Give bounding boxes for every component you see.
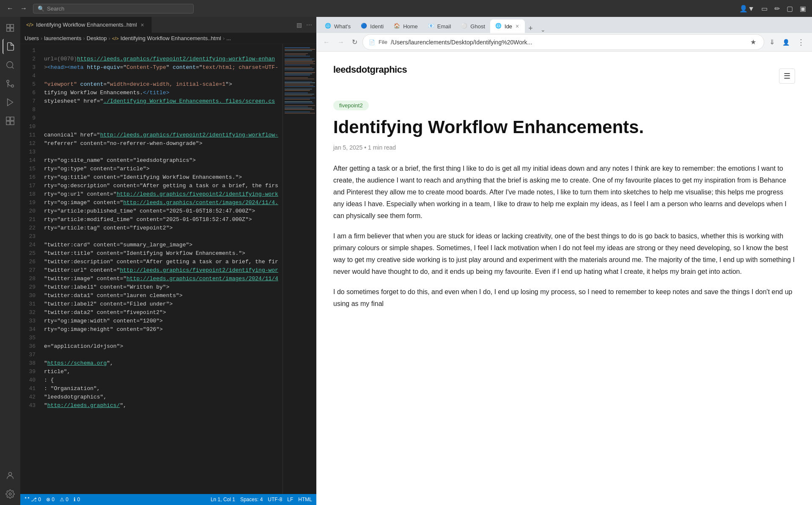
category-tag[interactable]: fivepoint2 <box>333 101 369 110</box>
source-control-icon[interactable] <box>3 76 18 91</box>
breadcrumb-ellipsis[interactable]: ... <box>226 35 231 41</box>
code-line-15: rty="og:type" content="article"> <box>44 165 283 173</box>
address-text: /Users/laurenclements/Desktop/Identifyin… <box>391 39 745 46</box>
tab-actions: ▨ ⋯ <box>292 21 316 29</box>
warnings-label: ⚠ 0 <box>60 497 69 502</box>
tab-label-ghost: Ghost <box>470 23 485 30</box>
blog-paragraph-2: I am a firm believer that when you are s… <box>333 230 795 278</box>
svg-rect-18 <box>285 53 308 54</box>
status-errors[interactable]: ⊗ 0 <box>46 497 55 502</box>
svg-rect-47 <box>285 101 312 102</box>
extensions-icon[interactable] <box>3 113 18 128</box>
code-line-9 <box>44 114 283 123</box>
tab-bar: </> Identifying Workflow Enhancements..h… <box>20 17 316 33</box>
main-layout: </> Identifying Workflow Enhancements..h… <box>0 17 812 505</box>
svg-point-4 <box>7 62 13 68</box>
code-line-1 <box>44 46 283 55</box>
blog-site-name: leedsdotgraphics <box>333 64 407 75</box>
browser-tab-ide[interactable]: 🌐 Ide × <box>490 19 525 33</box>
topbar-right: 👤▼ ▭ ✏ ▢ ▣ <box>738 3 808 14</box>
account-icon[interactable] <box>3 468 18 483</box>
panel-icon[interactable]: ▢ <box>785 3 795 14</box>
status-encoding[interactable]: UTF-8 <box>268 497 282 502</box>
tab-filetype-icon: </> <box>26 22 33 28</box>
tab-label-identi: Identi <box>370 23 384 30</box>
svg-rect-25 <box>285 63 315 64</box>
svg-point-6 <box>11 85 14 87</box>
browser-back-button[interactable]: ← <box>321 37 332 48</box>
breadcrumb-file[interactable]: Identifying Workflow Enhancements..html <box>121 35 221 41</box>
status-branch[interactable]: ⎇ 0 <box>25 497 41 502</box>
explorer-icon[interactable] <box>3 20 18 35</box>
breadcrumb-username[interactable]: laurenclements <box>44 35 81 41</box>
browser-tab-home[interactable]: 🏠 Home <box>389 19 423 33</box>
svg-rect-39 <box>285 86 315 87</box>
browser-tab-whats[interactable]: 🌐 What's <box>320 19 356 33</box>
svg-rect-49 <box>285 105 315 106</box>
web-content[interactable]: leedsdotgraphics ☰ fivepoint2 Identifyin… <box>316 52 812 505</box>
accounts-icon[interactable]: 👤▼ <box>738 3 756 14</box>
browser-toolbar: ← → ↻ 📄 File /Users/laurenclements/Deskt… <box>316 33 812 52</box>
svg-rect-23 <box>285 61 315 62</box>
breadcrumb-sep2: › <box>83 35 85 41</box>
code-line-29: "twitter:label1" content="Written by"> <box>44 283 283 292</box>
browser-tab-identi[interactable]: 🔵 Identi <box>356 19 389 33</box>
back-button[interactable]: ← <box>4 3 16 14</box>
status-spaces[interactable]: Spaces: 4 <box>240 497 263 502</box>
code-line-3: ><head><meta http-equiv="Content-Type" c… <box>44 63 283 72</box>
new-tab-button[interactable]: + <box>525 24 536 33</box>
status-warnings[interactable]: ⚠ 0 <box>60 497 69 502</box>
svg-marker-8 <box>8 99 13 106</box>
status-line-col[interactable]: Ln 1, Col 1 <box>211 497 235 502</box>
breadcrumb-folder[interactable]: Desktop <box>87 35 107 41</box>
editor-tab-active[interactable]: </> Identifying Workflow Enhancements..h… <box>20 17 152 33</box>
more-actions-button[interactable]: ⋯ <box>305 21 313 29</box>
svg-line-5 <box>12 67 14 68</box>
files-icon[interactable] <box>3 39 18 54</box>
browser-address-bar[interactable]: 📄 File /Users/laurenclements/Desktop/Ide… <box>362 34 764 50</box>
bookmark-button[interactable]: ★ <box>749 36 758 48</box>
activity-bar <box>0 17 20 505</box>
svg-rect-46 <box>285 99 310 100</box>
blog-meta: jan 5, 2025 • 1 min read <box>333 144 795 151</box>
search-bar[interactable]: 🔍 Search <box>33 4 194 14</box>
split-editor-button[interactable]: ▨ <box>296 21 303 29</box>
tab-overflow-button[interactable]: ⌄ <box>538 26 548 33</box>
svg-rect-0 <box>7 25 10 27</box>
breadcrumb-users[interactable]: Users <box>25 35 39 41</box>
svg-rect-48 <box>285 103 313 104</box>
splitview-icon[interactable]: ✏ <box>773 3 782 14</box>
tab-close-button[interactable]: × <box>140 21 145 29</box>
profile-button[interactable]: 👤 <box>780 37 792 47</box>
code-line-19: rty="og:image" content="http://leeds.gra… <box>44 199 283 207</box>
layout-icon[interactable]: ▭ <box>760 3 769 14</box>
minimap-canvas <box>283 44 316 494</box>
svg-point-7 <box>7 80 9 83</box>
tab-close-ide[interactable]: × <box>515 22 520 30</box>
browser-tab-ghost[interactable]: ⚪ Ghost <box>456 19 490 33</box>
code-editor[interactable]: 12345 678910 1112131415 1617181920 21222… <box>20 44 316 494</box>
vscode-topbar: ← → 🔍 Search 👤▼ ▭ ✏ ▢ ▣ <box>0 0 812 17</box>
download-button[interactable]: ⇓ <box>767 36 777 48</box>
browser-forward-button[interactable]: → <box>335 37 347 48</box>
svg-rect-54 <box>285 113 315 114</box>
browser-menu-button[interactable]: ⋮ <box>795 36 808 49</box>
browser-chrome: 🌐 What's 🔵 Identi 🏠 Home 📧 Email ⚪ <box>316 17 812 52</box>
status-language[interactable]: HTML <box>298 497 312 502</box>
code-line-17: rty="og:description" content="After gett… <box>44 182 283 190</box>
breadcrumb-sep4: › <box>223 35 225 41</box>
status-info[interactable]: ℹ 0 <box>74 497 80 502</box>
browser-tab-email[interactable]: 📧 Email <box>423 19 456 33</box>
svg-rect-43 <box>285 94 314 95</box>
status-eol[interactable]: LF <box>287 497 293 502</box>
settings-icon[interactable] <box>3 486 18 502</box>
search-activity-icon[interactable] <box>3 57 18 73</box>
code-line-26: "twitter:description" content="After get… <box>44 258 283 266</box>
browser-refresh-button[interactable]: ↻ <box>349 36 360 48</box>
fullscreen-icon[interactable]: ▣ <box>798 3 808 14</box>
blog-title: Identifying Workflow Enhancements. <box>333 117 795 137</box>
run-icon[interactable] <box>3 95 18 110</box>
hamburger-menu-button[interactable]: ☰ <box>779 68 795 84</box>
code-line-35 <box>44 334 283 342</box>
forward-button[interactable]: → <box>18 3 30 14</box>
